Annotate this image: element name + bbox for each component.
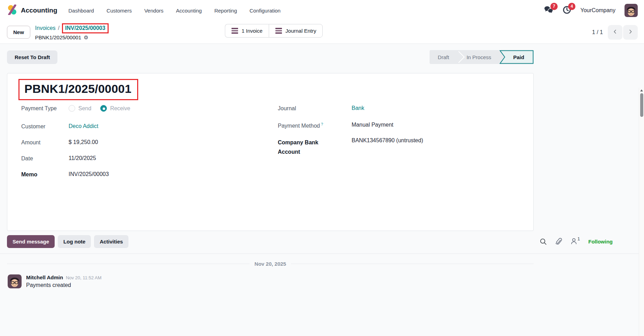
payment-type-label: Payment Type	[21, 105, 69, 112]
user-avatar[interactable]	[625, 4, 638, 17]
control-panel: New Invoices / INV/2025/00003 PBNK1/2025…	[0, 21, 644, 44]
scroll-up-icon[interactable]	[640, 89, 643, 91]
send-message-button[interactable]: Send message	[7, 235, 55, 248]
form-view: Reset To Draft Draft In Process Paid PBN…	[0, 44, 644, 336]
followers-count: 1	[578, 236, 580, 241]
annotation-box-breadcrumb: INV/2025/00003	[62, 23, 109, 33]
pager-previous-button[interactable]	[608, 25, 622, 40]
log-note-button[interactable]: Log note	[58, 235, 91, 248]
message-body: Payments created	[26, 282, 102, 288]
message-author[interactable]: Mitchell Admin	[26, 274, 63, 280]
clock-icon	[563, 9, 571, 15]
attachment-paperclip-icon[interactable]	[555, 238, 562, 246]
date-value: 11/20/2025	[69, 155, 96, 161]
author-avatar[interactable]	[8, 274, 22, 288]
activities-button[interactable]: Activities	[94, 235, 128, 248]
memo-value: INV/2025/00003	[69, 171, 109, 177]
customer-label: Customer	[21, 123, 69, 130]
chevron-right-icon	[627, 29, 634, 36]
invoice-stat-button[interactable]: 1 Invoice	[225, 24, 269, 38]
chat-bubbles-icon	[544, 9, 553, 15]
app-switcher[interactable]: Accounting	[7, 5, 57, 16]
app-name: Accounting	[21, 7, 57, 14]
payment-type-radio-group: Send Receive	[69, 105, 130, 112]
customer-value[interactable]: Deco Addict	[69, 123, 98, 129]
scrollbar-thumb[interactable]	[640, 93, 643, 117]
list-icon	[231, 28, 238, 34]
menu-vendors[interactable]: Vendors	[144, 8, 163, 14]
vertical-scrollbar[interactable]	[639, 88, 644, 336]
payment-sheet: PBNK1/2025/00001 Payment Type Send Recei…	[7, 73, 534, 231]
message-timestamp: Nov 20, 11:52 AM	[66, 275, 101, 280]
chatter-toolbar: Send message Log note Activities 1 Follo…	[7, 235, 613, 248]
list-icon	[275, 28, 282, 34]
annotation-box-title: PBNK1/2025/00001	[18, 79, 138, 100]
messages-badge: 7	[550, 3, 558, 10]
stage-paid[interactable]: Paid	[500, 50, 534, 64]
chatter-divider	[0, 254, 644, 254]
page-title: PBNK1/2025/00001	[24, 82, 132, 96]
help-icon[interactable]: ?	[321, 122, 323, 126]
messages-menu[interactable]: 7	[544, 6, 553, 16]
amount-label: Amount	[21, 139, 69, 146]
stat-buttons: 1 Invoice Journal Entry	[225, 24, 323, 38]
menu-customers[interactable]: Customers	[107, 8, 132, 14]
journal-label: Journal	[278, 105, 352, 112]
breadcrumb-separator: /	[58, 25, 60, 32]
new-button[interactable]: New	[7, 26, 30, 39]
company-switcher[interactable]: YourCompany	[580, 7, 615, 14]
gear-icon[interactable]: ⚙	[84, 34, 88, 41]
company-bank-account-value: BANK134567890 (untrusted)	[352, 137, 423, 144]
radio-receive-circle[interactable]	[100, 105, 107, 112]
pager-counter: 1 / 1	[592, 29, 603, 35]
person-icon	[571, 238, 577, 246]
reset-to-draft-button[interactable]: Reset To Draft	[7, 50, 57, 64]
payment-method-label: Payment Method?	[278, 122, 352, 129]
radio-send[interactable]: Send	[69, 105, 91, 112]
company-bank-account-label: Company Bank Account	[278, 137, 352, 157]
journal-entry-stat-button[interactable]: Journal Entry	[269, 24, 323, 38]
date-divider: Nov 20, 2025	[7, 261, 534, 267]
main-menu: Dashboard Customers Vendors Accounting R…	[69, 8, 281, 14]
activities-menu[interactable]: 4	[563, 6, 571, 16]
chatter-message: Mitchell Admin Nov 20, 11:52 AM Payments…	[8, 274, 637, 288]
breadcrumb: Invoices / INV/2025/00003 PBNK1/2025/000…	[35, 23, 109, 41]
radio-send-circle[interactable]	[69, 105, 75, 112]
breadcrumb-invoices-link[interactable]: Invoices	[35, 25, 56, 32]
following-toggle[interactable]: Following	[588, 239, 613, 245]
menu-reporting[interactable]: Reporting	[214, 8, 237, 14]
menu-dashboard[interactable]: Dashboard	[69, 8, 94, 14]
menu-configuration[interactable]: Configuration	[250, 8, 281, 14]
amount-value: $ 19,250.00	[69, 139, 98, 145]
odoo-accounting-logo-icon	[7, 5, 17, 16]
radio-receive[interactable]: Receive	[100, 105, 130, 112]
menu-accounting[interactable]: Accounting	[176, 8, 202, 14]
payment-method-value: Manual Payment	[352, 122, 393, 128]
search-messages-icon[interactable]	[540, 238, 547, 245]
chevron-left-icon	[612, 29, 618, 36]
memo-label: Memo	[21, 171, 69, 178]
status-stages: Draft In Process Paid	[430, 50, 534, 64]
journal-value[interactable]: Bank	[352, 105, 364, 111]
date-label: Date	[21, 155, 69, 162]
breadcrumb-current-link[interactable]: INV/2025/00003	[65, 25, 105, 31]
activities-badge: 4	[568, 3, 575, 10]
pager-next-button[interactable]	[623, 25, 638, 40]
record-name: PBNK1/2025/00001	[35, 34, 81, 41]
top-navbar: Accounting Dashboard Customers Vendors A…	[0, 0, 644, 21]
followers-button[interactable]: 1	[571, 238, 580, 246]
